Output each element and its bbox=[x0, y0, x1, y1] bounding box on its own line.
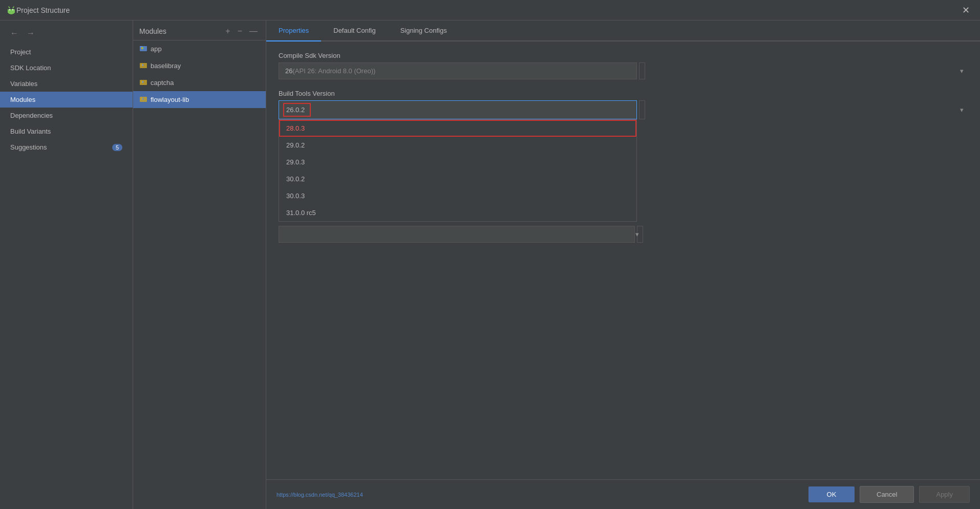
svg-point-3 bbox=[12, 9, 13, 10]
footer-link[interactable]: https://blog.csdn.net/qq_38436214 bbox=[276, 492, 363, 498]
dropdown-item-30-0-3[interactable]: 30.0.3 bbox=[279, 187, 636, 204]
modules-panel-header: Modules + − — bbox=[133, 20, 266, 40]
svg-rect-12 bbox=[142, 64, 143, 66]
build-tools-dropdown: 28.0.3 29.0.2 29.0.3 30.0.2 bbox=[279, 119, 637, 222]
sidebar-item-build-variants[interactable]: Build Variants bbox=[0, 123, 133, 139]
modules-panel: Modules + − — bbox=[133, 20, 266, 509]
compile-sdk-scrollbar bbox=[639, 62, 645, 79]
remove-module-button[interactable]: − bbox=[236, 26, 244, 37]
module-item-baselibray[interactable]: baselibray bbox=[133, 57, 266, 74]
svg-rect-14 bbox=[141, 81, 142, 83]
svg-line-5 bbox=[13, 7, 14, 8]
sidebar-item-sdk-location[interactable]: SDK Location bbox=[0, 60, 133, 76]
svg-rect-1 bbox=[8, 9, 15, 13]
nav-header: ← → bbox=[0, 25, 133, 42]
apply-button[interactable]: Apply bbox=[919, 486, 970, 503]
svg-rect-18 bbox=[142, 98, 143, 100]
compile-sdk-value: 26 bbox=[285, 67, 292, 75]
cancel-button[interactable]: Cancel bbox=[860, 486, 914, 503]
content-area: Modules + − — bbox=[133, 20, 980, 509]
compile-sdk-group: Compile Sdk Version 26 (API 26: Android … bbox=[279, 52, 968, 79]
project-structure-dialog: Project Structure ✕ ← → Project SDK Loca… bbox=[0, 0, 980, 509]
module-item-app[interactable]: app bbox=[133, 40, 266, 57]
properties-content: Compile Sdk Version 26 (API 26: Android … bbox=[266, 41, 980, 479]
dialog-body: ← → Project SDK Location Variables Modul… bbox=[0, 20, 980, 509]
build-tools-group: Build Tools Version 26.0.2 ▾ bbox=[279, 90, 968, 243]
modules-actions: + − — bbox=[223, 26, 260, 37]
compile-sdk-arrow: ▾ bbox=[960, 67, 964, 75]
tab-default-config[interactable]: Default Config bbox=[321, 20, 388, 41]
second-select-scrollbar bbox=[637, 226, 643, 243]
svg-rect-9 bbox=[142, 47, 143, 49]
dropdown-item-30-0-2[interactable]: 30.0.2 bbox=[279, 171, 636, 187]
dropdown-item-31-0-0-rc5[interactable]: 31.0.0 rc5 bbox=[279, 204, 636, 221]
module-folder-icon-captcha bbox=[139, 78, 147, 88]
build-tools-dropdown-container: 28.0.3 29.0.2 29.0.3 30.0.2 bbox=[279, 119, 643, 243]
module-folder-icon-baselibray bbox=[139, 61, 147, 71]
modules-title: Modules bbox=[139, 27, 166, 35]
dialog-title: Project Structure bbox=[16, 6, 958, 14]
sidebar-item-project[interactable]: Project bbox=[0, 44, 133, 60]
build-tools-arrow: ▾ bbox=[960, 106, 964, 114]
sidebar-item-suggestions[interactable]: Suggestions 5 bbox=[0, 139, 133, 155]
module-folder-icon-app bbox=[139, 44, 147, 54]
modules-menu-button[interactable]: — bbox=[247, 26, 260, 37]
compile-sdk-wrapper: 26 (API 26: Android 8.0 (Oreo)) ▾ bbox=[279, 62, 968, 79]
title-bar: Project Structure ✕ bbox=[0, 0, 980, 20]
main-content: Properties Default Config Signing Config… bbox=[266, 20, 980, 509]
build-tools-select[interactable]: 26.0.2 bbox=[279, 100, 637, 119]
ok-button[interactable]: OK bbox=[808, 486, 855, 502]
dropdown-item-28-0-3[interactable]: 28.0.3 bbox=[279, 120, 636, 137]
svg-rect-15 bbox=[142, 81, 143, 83]
svg-rect-17 bbox=[141, 98, 142, 100]
back-button[interactable]: ← bbox=[8, 28, 20, 39]
compile-sdk-label: Compile Sdk Version bbox=[279, 52, 968, 59]
suggestions-badge: 5 bbox=[112, 144, 122, 151]
build-tools-value: 26.0.2 bbox=[285, 105, 309, 115]
tab-properties[interactable]: Properties bbox=[266, 20, 321, 41]
tabs-bar: Properties Default Config Signing Config… bbox=[266, 20, 980, 41]
svg-rect-7 bbox=[140, 46, 143, 47]
sidebar-item-dependencies[interactable]: Dependencies bbox=[0, 108, 133, 123]
android-icon bbox=[6, 5, 16, 15]
add-module-button[interactable]: + bbox=[223, 26, 232, 37]
second-select[interactable] bbox=[279, 226, 635, 243]
build-tools-scrollbar bbox=[639, 100, 645, 119]
build-tools-wrapper: 26.0.2 ▾ bbox=[279, 100, 968, 119]
sidebar-item-modules[interactable]: Modules bbox=[0, 92, 133, 108]
svg-line-4 bbox=[9, 7, 10, 8]
dialog-footer: https://blog.csdn.net/qq_38436214 OK Can… bbox=[266, 479, 980, 509]
module-item-captcha[interactable]: captcha bbox=[133, 74, 266, 91]
sidebar-item-variables[interactable]: Variables bbox=[0, 76, 133, 92]
compile-sdk-select[interactable]: 26 (API 26: Android 8.0 (Oreo)) bbox=[279, 62, 637, 79]
tab-signing-configs[interactable]: Signing Configs bbox=[388, 20, 459, 41]
svg-point-2 bbox=[9, 9, 10, 10]
svg-rect-11 bbox=[141, 64, 142, 66]
dropdown-item-29-0-2[interactable]: 29.0.2 bbox=[279, 137, 636, 154]
forward-button[interactable]: → bbox=[25, 28, 37, 39]
compile-sdk-suffix: (API 26: Android 8.0 (Oreo)) bbox=[292, 67, 375, 75]
dropdown-item-29-0-3[interactable]: 29.0.3 bbox=[279, 154, 636, 171]
module-item-flowlayout-lib[interactable]: flowlayout-lib bbox=[133, 91, 266, 108]
second-select-wrapper: ▾ bbox=[279, 226, 643, 243]
svg-rect-8 bbox=[141, 47, 142, 49]
build-tools-label: Build Tools Version bbox=[279, 90, 968, 97]
close-button[interactable]: ✕ bbox=[958, 3, 974, 18]
module-folder-icon-flowlayout bbox=[139, 95, 147, 104]
sidebar: ← → Project SDK Location Variables Modul… bbox=[0, 20, 133, 509]
